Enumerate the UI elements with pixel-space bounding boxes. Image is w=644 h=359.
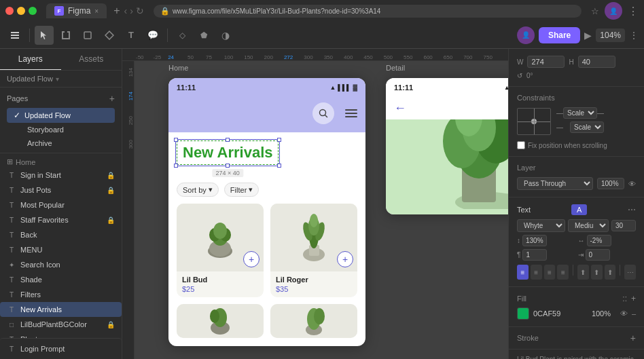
para-spacing-input[interactable]	[522, 249, 547, 261]
letter-spacing-input[interactable]	[587, 235, 611, 246]
component-btn[interactable]: ◇	[173, 26, 192, 45]
sidebar-breadcrumb: Updated Flow ▾	[0, 71, 122, 88]
tab-close-btn[interactable]: ×	[94, 7, 99, 15]
h-constraint-select[interactable]: Scale	[563, 107, 597, 119]
main-menu-btn[interactable]	[5, 26, 24, 45]
width-input[interactable]	[527, 56, 565, 68]
frame-tool-btn[interactable]	[56, 26, 75, 45]
text-section-header: Text A ⋯	[517, 204, 636, 215]
fill-visibility-btn[interactable]: 👁	[620, 309, 628, 318]
sidebar-tab-assets[interactable]: Assets	[61, 49, 122, 70]
layer-item-staff-favorites[interactable]: T Staff Favorites 🔒	[0, 212, 122, 227]
theme-btn[interactable]: ◑	[216, 26, 235, 45]
address-bar[interactable]: 🔒 www.figma.com/file/x5MuLtiPlaY3r/Lil-B…	[154, 5, 582, 18]
fill-row: 0CAF59 100% 👁 –	[517, 307, 636, 320]
align-top-btn[interactable]: ⬆	[577, 265, 589, 280]
select-tool-btn[interactable]	[35, 26, 54, 45]
filter-btn[interactable]: Filter ▾	[224, 183, 259, 197]
play-btn[interactable]: ▶	[584, 30, 592, 41]
line-height-input[interactable]	[522, 235, 547, 246]
shape-tool-btn[interactable]	[78, 26, 97, 45]
fullscreen-traffic-light[interactable]	[29, 7, 37, 15]
text-metrics-grid: ↕ ↔ ¶ ⇥	[517, 235, 636, 261]
sidebar-item-updated-flow[interactable]: ✓ Updated Flow	[7, 108, 115, 123]
remove-fill-btn[interactable]: –	[632, 309, 636, 318]
ruler-tick: -25	[154, 54, 162, 60]
detail-wifi: ▲	[504, 84, 508, 91]
layer-item-shade[interactable]: T Shade	[0, 272, 122, 287]
rotation-row: ↺ 0°	[517, 72, 636, 79]
fill-opacity-value[interactable]: 100%	[592, 309, 616, 318]
login-prompt-item[interactable]: T Login Prompt	[0, 338, 122, 359]
layer-item-most-popular[interactable]: T Most Popular	[0, 197, 122, 212]
align-bottom-btn[interactable]: ⬆	[605, 265, 616, 280]
more-options-btn[interactable]: ⋮	[628, 5, 639, 18]
product-card-2	[177, 304, 264, 338]
layer-label-menu: MENU	[20, 246, 115, 254]
align-right-btn[interactable]: ≡	[544, 265, 556, 280]
layer-item-filters[interactable]: T Filters	[0, 287, 122, 302]
layer-item-new-arrivals[interactable]: T New Arrivals	[0, 302, 122, 317]
minimize-traffic-light[interactable]	[17, 7, 25, 15]
lock-icon-just-pots: 🔒	[107, 187, 115, 194]
align-justify-btn[interactable]: ≡	[557, 265, 569, 280]
add-fill-btn[interactable]: +	[631, 294, 636, 303]
hamburger-menu-btn[interactable]	[345, 109, 357, 117]
add-stroke-btn[interactable]: +	[630, 333, 636, 343]
font-family-select[interactable]: Whyte	[517, 219, 565, 232]
reload-btn[interactable]: ↻	[136, 5, 144, 16]
comment-tool-btn[interactable]: 💬	[143, 26, 162, 45]
visibility-toggle[interactable]: 👁	[628, 180, 636, 188]
user-avatar[interactable]: 👤	[605, 2, 622, 20]
browser-tab[interactable]: F Figma ×	[46, 3, 107, 18]
fill-color-swatch[interactable]	[517, 307, 529, 320]
sidebar-item-storyboard[interactable]: Storyboard	[7, 123, 115, 136]
main-area: Layers Assets Updated Flow ▾ Pages + ✓ U…	[0, 49, 644, 359]
forward-nav-btn[interactable]: ›	[130, 5, 133, 16]
sidebar-item-archive[interactable]: Archive	[7, 136, 115, 150]
layer-label-filters: Filters	[20, 290, 115, 299]
layer-item-back[interactable]: T Back	[0, 227, 122, 242]
add-page-btn[interactable]: +	[109, 93, 115, 104]
para-spacing-icon: ¶	[517, 251, 520, 259]
user-profile-avatar[interactable]: 👤	[517, 26, 535, 44]
new-tab-btn[interactable]: +	[113, 5, 120, 17]
layer-item-bgcolor[interactable]: □ LilBudPlantBGColor 🔒	[0, 317, 122, 332]
fill-grid-icon[interactable]: ::	[622, 294, 627, 303]
height-input[interactable]	[578, 56, 615, 68]
search-button[interactable]	[312, 102, 334, 124]
layer-item-sign-in[interactable]: T Sign in Start 🔒	[0, 168, 122, 183]
layer-item-search-icon[interactable]: ✦ Search Icon	[0, 257, 122, 272]
canvas-area[interactable]: -50 -25 24 50 75 100 150 200 272 300 350…	[122, 49, 508, 359]
back-button[interactable]: ←	[394, 101, 406, 115]
text-more-btn[interactable]: ⋯	[624, 265, 636, 280]
menu-line-2	[345, 113, 357, 114]
add-to-cart-btn-1[interactable]: +	[337, 251, 353, 267]
fix-position-checkbox[interactable]	[517, 141, 525, 149]
align-middle-btn[interactable]: ⬆	[591, 265, 603, 280]
text-tool-btn[interactable]: T	[122, 26, 141, 45]
para-indent-input[interactable]	[586, 249, 610, 261]
bookmark-icon[interactable]: ☆	[591, 6, 599, 16]
close-traffic-light[interactable]	[5, 7, 14, 15]
sidebar-tab-layers[interactable]: Layers	[0, 49, 61, 70]
v-constraint-select[interactable]: Scale	[570, 121, 604, 133]
pen-tool-btn[interactable]	[100, 26, 119, 45]
share-button[interactable]: Share	[539, 27, 580, 43]
layer-item-menu[interactable]: T MENU	[0, 242, 122, 257]
blend-mode-select[interactable]: Pass Through	[517, 177, 593, 190]
layer-item-just-pots[interactable]: T Just Pots 🔒	[0, 183, 122, 197]
mask-btn[interactable]: ⬟	[194, 26, 213, 45]
layer-item-plants[interactable]: T Plants	[0, 332, 122, 338]
add-to-cart-btn-0[interactable]: +	[243, 251, 260, 267]
font-weight-select[interactable]: Medium	[568, 219, 609, 232]
align-center-btn[interactable]: ≡	[531, 265, 542, 280]
sort-by-btn[interactable]: Sort by ▾	[177, 183, 219, 197]
back-nav-btn[interactable]: ‹	[124, 5, 128, 16]
font-size-input[interactable]	[611, 220, 636, 231]
fill-hex-value[interactable]: 0CAF59	[533, 309, 588, 318]
zoom-level-display[interactable]: 104%	[596, 29, 625, 42]
opacity-input[interactable]	[597, 178, 624, 189]
more-options-icon[interactable]: ⋮	[629, 30, 639, 41]
align-left-btn[interactable]: ≡	[517, 265, 529, 280]
